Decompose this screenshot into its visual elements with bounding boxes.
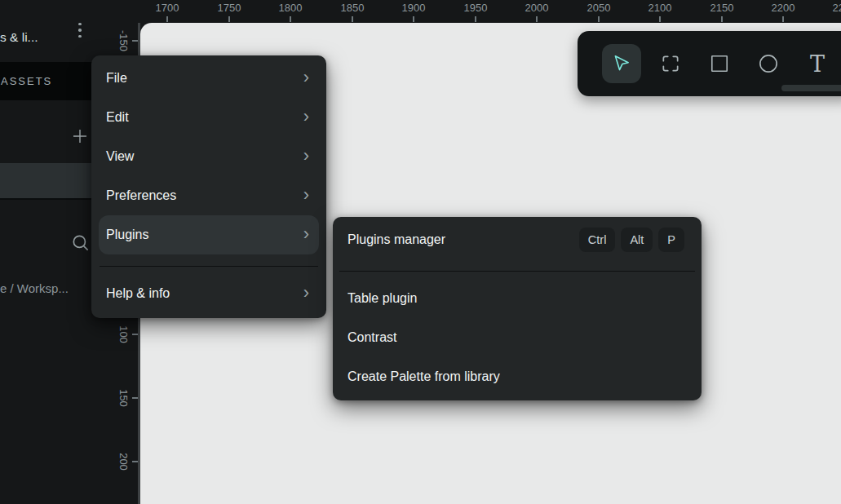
shortcut-key-p: P: [658, 228, 684, 252]
plus-icon: [70, 126, 90, 146]
library-breadcrumb: e / Worksp...: [0, 281, 69, 295]
tool-rectangle[interactable]: [700, 44, 739, 83]
rectangle-icon: [709, 53, 730, 74]
menu-divider: [100, 266, 318, 267]
menu-item-label: File: [106, 71, 127, 86]
ruler-label: 2200: [772, 2, 795, 14]
shortcut-key-alt: Alt: [621, 228, 653, 252]
tool-select[interactable]: [602, 44, 641, 83]
submenu-item-table-plugin[interactable]: Table plugin: [340, 279, 694, 318]
file-header: s & li...: [0, 0, 114, 61]
toolbar: T: [578, 31, 841, 96]
main-menu: File › Edit › View › Preferences › Plugi…: [91, 55, 326, 318]
menu-item-label: Plugins: [106, 228, 148, 242]
menu-item-label: Preferences: [106, 188, 176, 203]
tool-board[interactable]: [651, 44, 690, 83]
submenu-item-label: Table plugin: [347, 291, 417, 306]
menu-item-file[interactable]: File ›: [99, 59, 319, 98]
ruler-label: -150: [117, 30, 130, 51]
cursor-icon: [611, 53, 632, 74]
menu-item-plugins[interactable]: Plugins ›: [99, 215, 319, 254]
chevron-right-icon: ›: [303, 186, 309, 204]
shortcut-key-ctrl: Ctrl: [579, 228, 616, 252]
menu-item-label: Help & info: [106, 286, 170, 301]
menu-item-view[interactable]: View ›: [99, 137, 319, 176]
ruler-label: 1800: [279, 2, 303, 14]
main-menu-kebab-icon[interactable]: [73, 18, 87, 42]
ruler-label: 1950: [464, 2, 488, 14]
menu-item-label: Edit: [106, 110, 129, 125]
shortcut-keys: Ctrl Alt P: [579, 228, 684, 252]
submenu-item-label: Contrast: [347, 330, 396, 345]
submenu-item-create-palette[interactable]: Create Palette from library: [340, 357, 694, 396]
ruler-label: 150: [117, 389, 130, 407]
ruler-label: 100: [117, 325, 130, 343]
ruler-label: 2250: [833, 2, 841, 14]
board-icon: [660, 53, 681, 74]
submenu-item-plugins-manager[interactable]: Plugins manager Ctrl Alt P: [340, 220, 694, 259]
chevron-right-icon: ›: [303, 225, 309, 243]
ruler-label: 2050: [587, 2, 611, 14]
submenu-item-label: Create Palette from library: [347, 369, 500, 384]
penpot-workspace: 1700 1750 1800 1850 1900 1950 2000 2050 …: [0, 0, 841, 504]
menu-divider: [339, 271, 695, 272]
tool-ellipse[interactable]: [749, 44, 788, 83]
plugins-submenu: Plugins manager Ctrl Alt P Table plugin …: [333, 217, 702, 400]
toolbar-scroll-handle[interactable]: [781, 85, 841, 91]
ruler-label: 1850: [341, 2, 365, 14]
search-icon: [70, 232, 91, 254]
chevron-right-icon: ›: [303, 284, 309, 302]
ruler-label: 1750: [218, 2, 241, 14]
menu-item-preferences[interactable]: Preferences ›: [99, 176, 319, 215]
chevron-right-icon: ›: [303, 69, 309, 86]
chevron-right-icon: ›: [303, 108, 309, 126]
search-button[interactable]: [70, 232, 91, 254]
text-tool-icon: T: [810, 53, 825, 75]
tool-text[interactable]: T: [798, 44, 837, 83]
ruler-label: 2150: [710, 2, 734, 14]
menu-item-label: View: [106, 149, 134, 164]
ruler-label: 200: [117, 453, 130, 471]
menu-item-help-info[interactable]: Help & info ›: [99, 274, 319, 313]
ellipse-icon: [757, 52, 780, 75]
submenu-item-contrast[interactable]: Contrast: [340, 318, 694, 357]
ruler-label: 2000: [525, 2, 549, 14]
file-name: s & li...: [0, 30, 38, 45]
add-asset-button[interactable]: [70, 126, 90, 146]
ruler-label: 1700: [156, 2, 179, 14]
horizontal-ruler[interactable]: 1700 1750 1800 1850 1900 1950 2000 2050 …: [114, 0, 841, 23]
chevron-right-icon: ›: [303, 147, 309, 165]
ruler-label: 2100: [648, 2, 672, 14]
assets-tab-label: ASSETS: [1, 75, 52, 87]
submenu-item-label: Plugins manager: [347, 232, 445, 247]
menu-item-edit[interactable]: Edit ›: [99, 98, 319, 137]
ruler-label: 1900: [402, 2, 426, 14]
